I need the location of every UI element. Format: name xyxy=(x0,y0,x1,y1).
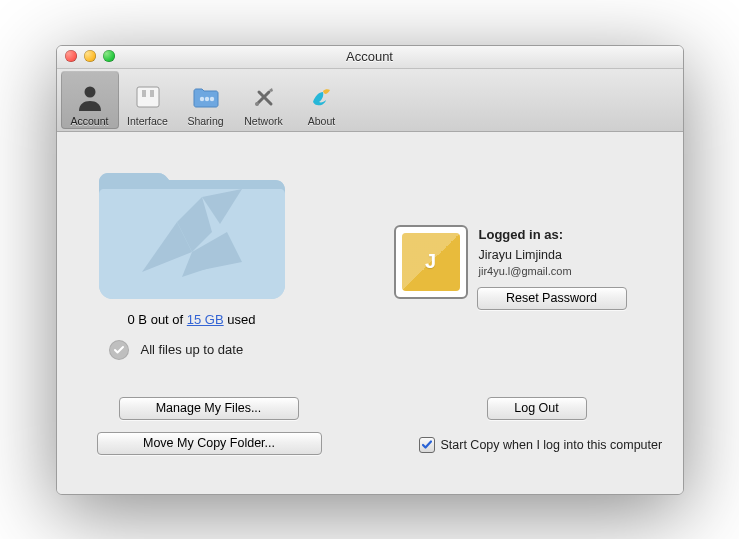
toolbar: Account Interface Sharing xyxy=(57,69,683,132)
autostart-checkbox[interactable] xyxy=(419,437,435,453)
autostart-label: Start Copy when I log into this computer xyxy=(441,438,663,452)
logout-button[interactable]: Log Out xyxy=(487,397,587,420)
content-pane: 0 B out of 15 GB used All files up to da… xyxy=(57,132,683,494)
avatar-tile: J xyxy=(402,233,460,291)
svg-point-4 xyxy=(199,96,203,100)
about-icon xyxy=(306,81,338,113)
close-button[interactable] xyxy=(65,50,77,62)
interface-icon xyxy=(132,81,164,113)
svg-rect-3 xyxy=(150,90,154,97)
sync-status-text: All files up to date xyxy=(141,342,244,357)
tab-label: Interface xyxy=(127,115,168,127)
svg-rect-1 xyxy=(137,87,159,107)
sync-status-row: All files up to date xyxy=(109,340,244,360)
tab-label: Account xyxy=(71,115,109,127)
window-controls xyxy=(65,50,115,62)
account-name: Jirayu Limjinda xyxy=(479,248,562,262)
preferences-window: Account Account Interface xyxy=(56,45,684,495)
autostart-row: Start Copy when I log into this computer xyxy=(419,437,663,453)
account-icon xyxy=(74,81,106,113)
tab-label: Network xyxy=(244,115,283,127)
zoom-button[interactable] xyxy=(103,50,115,62)
reset-password-button[interactable]: Reset Password xyxy=(477,287,627,310)
tab-sharing[interactable]: Sharing xyxy=(177,71,235,129)
tab-account[interactable]: Account xyxy=(61,71,119,129)
tab-interface[interactable]: Interface xyxy=(119,71,177,129)
svg-point-7 xyxy=(255,102,259,106)
tab-label: Sharing xyxy=(187,115,223,127)
sync-ok-icon xyxy=(109,340,129,360)
logged-in-label: Logged in as: xyxy=(479,227,564,242)
storage-quota-link[interactable]: 15 GB xyxy=(187,312,224,327)
copy-folder-icon xyxy=(87,152,297,312)
svg-point-5 xyxy=(204,96,208,100)
svg-point-0 xyxy=(84,86,95,97)
sharing-icon xyxy=(190,81,222,113)
minimize-button[interactable] xyxy=(84,50,96,62)
svg-rect-2 xyxy=(142,90,146,97)
manage-files-button[interactable]: Manage My Files... xyxy=(119,397,299,420)
avatar: J xyxy=(394,225,468,299)
titlebar: Account xyxy=(57,46,683,69)
window-title: Account xyxy=(346,49,393,64)
account-email: jir4yu.l@gmail.com xyxy=(479,265,572,277)
move-folder-button[interactable]: Move My Copy Folder... xyxy=(97,432,322,455)
storage-prefix: 0 B out of xyxy=(128,312,187,327)
tab-network[interactable]: Network xyxy=(235,71,293,129)
storage-suffix: used xyxy=(224,312,256,327)
storage-usage: 0 B out of 15 GB used xyxy=(82,312,302,327)
svg-point-6 xyxy=(209,96,213,100)
tab-about[interactable]: About xyxy=(293,71,351,129)
network-icon xyxy=(248,81,280,113)
tab-label: About xyxy=(308,115,335,127)
avatar-letter: J xyxy=(425,250,436,273)
